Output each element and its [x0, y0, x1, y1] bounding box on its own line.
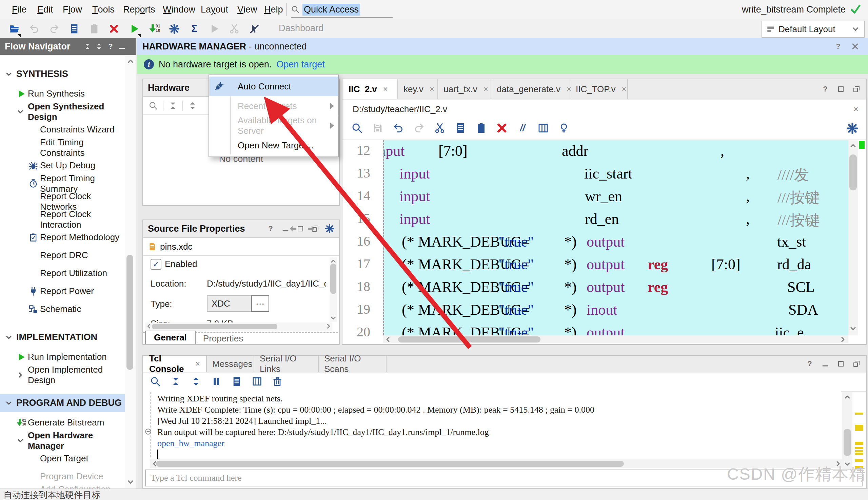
flow-item-report-methodology[interactable]: Report Methodology: [0, 228, 125, 246]
sidebar-scroll-thumb[interactable]: [126, 255, 133, 370]
find-button[interactable]: [150, 376, 161, 387]
console-hscroll-thumb[interactable]: [156, 461, 624, 467]
flow-item-report-clock-interaction[interactable]: Report Clock Interaction: [0, 211, 125, 228]
scroll-up-icon[interactable]: [126, 57, 135, 66]
scroll-right-icon[interactable]: [839, 336, 847, 343]
arrow-right-icon[interactable]: [307, 224, 316, 234]
undo-button[interactable]: [29, 22, 42, 36]
open-report-button[interactable]: [69, 22, 82, 36]
editor-tab-IIC_2-v[interactable]: IIC_2.v×: [343, 79, 398, 99]
context-item-available-targets-on-server[interactable]: Available Targets on Server: [209, 116, 338, 136]
flow-item-edit-timing-constraints[interactable]: Edit Timing Constraints: [0, 138, 125, 157]
toggle-comment-button[interactable]: //: [517, 122, 528, 134]
flow-item-open-hardware-manager[interactable]: Open Hardware Manager: [0, 432, 125, 450]
menu-file[interactable]: File: [10, 0, 29, 19]
console-scroll-thumb[interactable]: [844, 429, 851, 456]
console-tab-messages[interactable]: Messages: [206, 356, 254, 372]
tab-general[interactable]: General: [145, 331, 196, 344]
settings-button[interactable]: [169, 22, 182, 36]
menu-reports[interactable]: Reports: [121, 0, 157, 19]
pause-output-button[interactable]: [211, 376, 222, 387]
copy-button[interactable]: [455, 122, 466, 134]
sfp-hscroll-thumb[interactable]: [152, 324, 277, 329]
flow-item-run-synthesis[interactable]: Run Synthesis: [0, 85, 125, 103]
toggle-column-button[interactable]: [537, 122, 549, 134]
scroll-down-icon[interactable]: [330, 314, 337, 322]
flow-item-report-power[interactable]: Report Power: [0, 282, 125, 300]
arrow-left-icon[interactable]: [288, 224, 298, 234]
context-item-open-new-target-[interactable]: Open New Target...: [209, 136, 338, 155]
flow-item-generate-bitstream[interactable]: 0110Generate Bitstream: [0, 413, 125, 432]
close-icon[interactable]: ×: [483, 84, 488, 94]
flow-item-run-implementation[interactable]: Run Implementation: [0, 348, 125, 366]
flow-item-open-implemented-design[interactable]: Open Implemented Design: [0, 366, 125, 384]
menu-layout[interactable]: Layout: [199, 0, 230, 19]
flow-item-constraints-wizard[interactable]: Constraints Wizard: [0, 121, 125, 138]
warning-marker[interactable]: [855, 412, 863, 414]
editor-tab-uart_tx-v[interactable]: uart_tx.v×: [437, 79, 491, 99]
editor-tab-key-v[interactable]: key.v×: [397, 79, 438, 99]
console-output[interactable]: Writing XDEF routing special nets.Write …: [143, 391, 841, 459]
open-target-link[interactable]: Open target: [276, 59, 325, 70]
redo-button[interactable]: [49, 22, 63, 36]
collapse-all-button[interactable]: [170, 376, 181, 387]
cancel-button[interactable]: [109, 22, 122, 36]
close-icon[interactable]: ×: [622, 84, 626, 94]
fold-marker-icon[interactable]: [144, 428, 152, 435]
console-tab-serial-i-o-links[interactable]: Serial I/O Links: [254, 356, 319, 372]
generate-bitstream-button[interactable]: 0110: [149, 22, 163, 36]
type-browse-button[interactable]: ···: [251, 295, 269, 312]
run-implementation-disabled-button[interactable]: [229, 22, 243, 36]
cut-button[interactable]: [434, 122, 446, 134]
quick-fix-button[interactable]: [558, 122, 570, 134]
console-tab-tcl-console[interactable]: Tcl Console×: [143, 356, 207, 372]
menu-flow[interactable]: Flow: [61, 0, 84, 19]
flow-item-add-configuration-memory[interactable]: Add Configuration Memory: [0, 486, 125, 488]
code-area[interactable]: 121314151617181920 input[7:0]addr,inputi…: [343, 140, 865, 343]
flow-item-open-target[interactable]: Open Target: [0, 450, 125, 467]
editor-horizontal-scrollbar[interactable]: [383, 336, 848, 343]
undo-button[interactable]: [393, 122, 404, 134]
flow-item-open-synthesized-design[interactable]: Open Synthesized Design: [0, 103, 125, 121]
console-vertical-scrollbar[interactable]: [842, 392, 853, 469]
toggle-columns-button[interactable]: [252, 376, 263, 387]
warning-marker[interactable]: [855, 459, 863, 462]
context-item-auto-connect[interactable]: Auto Connect: [209, 77, 338, 96]
editor-vertical-scrollbar[interactable]: [848, 140, 858, 336]
maximize-icon[interactable]: [837, 85, 845, 93]
scroll-down-icon[interactable]: [849, 325, 857, 333]
help-icon[interactable]: ?: [267, 225, 275, 233]
expand-all-icon[interactable]: [188, 101, 197, 111]
expand-all-button[interactable]: [191, 376, 201, 387]
help-icon[interactable]: ?: [821, 85, 830, 93]
close-icon[interactable]: ×: [383, 84, 388, 94]
find-button[interactable]: [351, 122, 363, 134]
context-item-recent-targets[interactable]: Recent Targets: [209, 96, 338, 116]
close-icon[interactable]: ×: [430, 84, 434, 94]
maximize-icon[interactable]: [837, 360, 845, 368]
run-button[interactable]: [129, 22, 142, 36]
discard-run-button[interactable]: [249, 22, 263, 36]
menu-tools[interactable]: Tools: [90, 0, 116, 19]
scroll-down-icon[interactable]: [126, 478, 135, 487]
scroll-up-icon[interactable]: [843, 393, 852, 401]
quick-access-search[interactable]: Quick Access: [291, 2, 393, 18]
flow-item-program-device[interactable]: Program Device: [0, 467, 125, 486]
menu-view[interactable]: View: [235, 0, 259, 19]
console-tab-serial-i-o-scans[interactable]: Serial I/O Scans: [318, 356, 387, 372]
enabled-checkbox[interactable]: ✓: [151, 259, 162, 270]
type-value[interactable]: XDC: [207, 295, 252, 312]
help-icon[interactable]: ?: [834, 42, 842, 50]
layout-selector[interactable]: Default Layout: [761, 21, 865, 37]
warning-marker[interactable]: [855, 450, 863, 452]
warning-marker[interactable]: [855, 442, 863, 445]
clear-button[interactable]: [272, 376, 283, 387]
scroll-up-icon[interactable]: [849, 141, 857, 150]
warning-marker[interactable]: [855, 425, 863, 431]
minimize-icon[interactable]: [821, 360, 830, 368]
code-text[interactable]: input[7:0]addr,inputiic_start,////发input…: [383, 140, 849, 336]
console-command-link[interactable]: open_hw_manager: [157, 438, 224, 448]
flow-item-synthesis[interactable]: SYNTHESIS: [0, 65, 125, 83]
collapse-all-icon[interactable]: [168, 101, 178, 111]
scroll-left-icon[interactable]: [145, 322, 153, 330]
